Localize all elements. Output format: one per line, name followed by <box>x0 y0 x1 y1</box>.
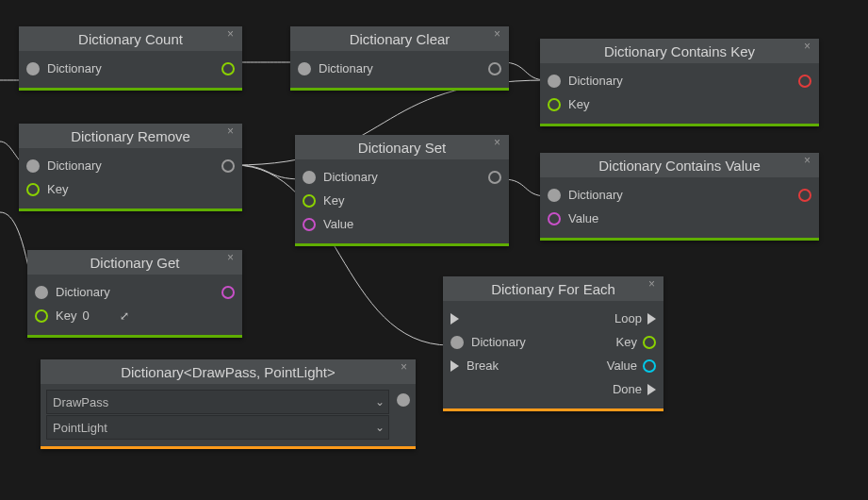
input-port[interactable] <box>303 194 316 208</box>
port-label: Dictionary <box>56 285 110 299</box>
close-icon[interactable]: × <box>804 155 815 166</box>
node-title: Dictionary<DrawPass, PointLight> <box>104 364 352 380</box>
node-dictionary-for-each[interactable]: Dictionary For Each × Loop Dictionary Ke… <box>443 276 663 411</box>
input-port[interactable] <box>450 336 464 349</box>
input-port[interactable] <box>548 212 561 225</box>
output-port[interactable] <box>221 62 235 75</box>
output-port[interactable] <box>798 189 811 202</box>
input-port[interactable] <box>35 309 48 323</box>
chevron-down-icon[interactable]: ⌄ <box>371 395 388 408</box>
node-header[interactable]: Dictionary Count × <box>19 26 242 51</box>
node-header[interactable]: Dictionary Contains Value × <box>540 153 819 177</box>
output-port[interactable] <box>488 171 501 184</box>
input-port[interactable] <box>303 218 316 231</box>
input-port[interactable] <box>26 159 40 173</box>
port-label: Key 0 ⤢ <box>56 308 129 323</box>
close-icon[interactable]: × <box>804 41 815 52</box>
input-port[interactable] <box>26 62 40 75</box>
node-header[interactable]: Dictionary<DrawPass, PointLight> × <box>41 359 416 384</box>
node-title: Dictionary Get <box>73 255 196 271</box>
node-dictionary-clear[interactable]: Dictionary Clear × Dictionary <box>290 26 509 91</box>
output-port[interactable] <box>221 286 235 299</box>
output-port[interactable] <box>643 359 656 373</box>
close-icon[interactable]: × <box>494 28 505 40</box>
input-port[interactable] <box>548 98 561 111</box>
node-title: Dictionary Contains Value <box>581 158 777 174</box>
node-dictionary-contains-value[interactable]: Dictionary Contains Value × Dictionary V… <box>540 153 819 241</box>
node-dictionary-typed[interactable]: Dictionary<DrawPass, PointLight> × DrawP… <box>41 359 416 449</box>
port-label: Value <box>568 211 598 225</box>
port-label: Done <box>613 382 642 396</box>
port-label: Key <box>616 335 637 349</box>
node-footer-bar <box>19 88 242 91</box>
port-label: Dictionary <box>47 158 102 173</box>
node-header[interactable]: Dictionary Remove × <box>19 124 242 148</box>
input-port[interactable] <box>26 183 40 196</box>
node-dictionary-contains-key[interactable]: Dictionary Contains Key × Dictionary Key <box>540 39 819 126</box>
input-port[interactable] <box>298 62 311 75</box>
port-label: Key <box>47 182 68 196</box>
node-header[interactable]: Dictionary Contains Key × <box>540 39 819 63</box>
node-title: Dictionary Clear <box>333 31 467 47</box>
input-port[interactable] <box>303 171 316 184</box>
node-footer-bar <box>19 208 242 211</box>
type-select-value[interactable]: PointLight ⌄ <box>46 415 389 440</box>
port-label: Value <box>607 358 637 373</box>
port-label: Dictionary <box>47 61 102 75</box>
input-port[interactable] <box>548 75 561 88</box>
node-title: Dictionary Count <box>61 31 200 47</box>
node-title: Dictionary For Each <box>474 281 632 297</box>
output-port[interactable] <box>798 75 811 88</box>
node-footer-bar <box>27 335 242 338</box>
input-port[interactable] <box>548 189 561 202</box>
port-label: Dictionary <box>568 188 623 202</box>
node-header[interactable]: Dictionary Clear × <box>290 26 509 51</box>
exec-out-port[interactable] <box>647 313 656 325</box>
port-label: Loop <box>614 311 642 325</box>
port-label: Dictionary <box>323 170 378 184</box>
chevron-down-icon[interactable]: ⌄ <box>371 421 388 434</box>
node-header[interactable]: Dictionary Set × <box>295 135 509 159</box>
node-header[interactable]: Dictionary For Each × <box>443 276 663 301</box>
close-icon[interactable]: × <box>494 137 505 148</box>
node-dictionary-get[interactable]: Dictionary Get × Dictionary Key 0 ⤢ <box>27 250 242 338</box>
node-header[interactable]: Dictionary Get × <box>27 250 242 275</box>
close-icon[interactable]: × <box>227 125 238 137</box>
close-icon[interactable]: × <box>227 28 238 40</box>
node-footer-bar <box>540 238 819 241</box>
node-dictionary-remove[interactable]: Dictionary Remove × Dictionary Key <box>19 124 242 211</box>
type-select-key[interactable]: DrawPass ⌄ <box>46 390 389 414</box>
close-icon[interactable]: × <box>648 278 660 290</box>
output-port[interactable] <box>643 336 656 349</box>
output-port[interactable] <box>221 159 235 173</box>
port-label: Value <box>323 217 353 231</box>
exec-in-port[interactable] <box>450 313 459 325</box>
exec-in-port[interactable] <box>450 360 459 372</box>
node-title: Dictionary Remove <box>54 128 207 144</box>
close-icon[interactable]: × <box>227 252 238 263</box>
node-footer-bar <box>540 124 819 126</box>
node-graph-canvas[interactable]: Dictionary Count × Dictionary Dictionary… <box>0 0 868 500</box>
close-icon[interactable]: × <box>401 361 412 373</box>
port-label: Key <box>568 97 589 111</box>
node-title: Dictionary Contains Key <box>587 43 772 59</box>
node-footer-bar <box>443 408 663 411</box>
port-label: Dictionary <box>471 335 526 349</box>
port-label: Break <box>467 358 499 373</box>
node-footer-bar <box>41 446 416 449</box>
expand-icon[interactable]: ⤢ <box>120 309 129 323</box>
port-label: Dictionary <box>319 61 373 75</box>
node-dictionary-set[interactable]: Dictionary Set × Dictionary Key Value <box>295 135 509 246</box>
node-footer-bar <box>290 88 509 91</box>
input-port[interactable] <box>35 286 48 299</box>
output-port[interactable] <box>488 62 501 75</box>
output-port[interactable] <box>397 393 410 407</box>
port-label: Key <box>323 193 344 208</box>
node-footer-bar <box>295 243 509 246</box>
node-title: Dictionary Set <box>341 140 463 156</box>
node-dictionary-count[interactable]: Dictionary Count × Dictionary <box>19 26 242 91</box>
port-label: Dictionary <box>568 74 623 88</box>
exec-out-port[interactable] <box>647 384 656 395</box>
